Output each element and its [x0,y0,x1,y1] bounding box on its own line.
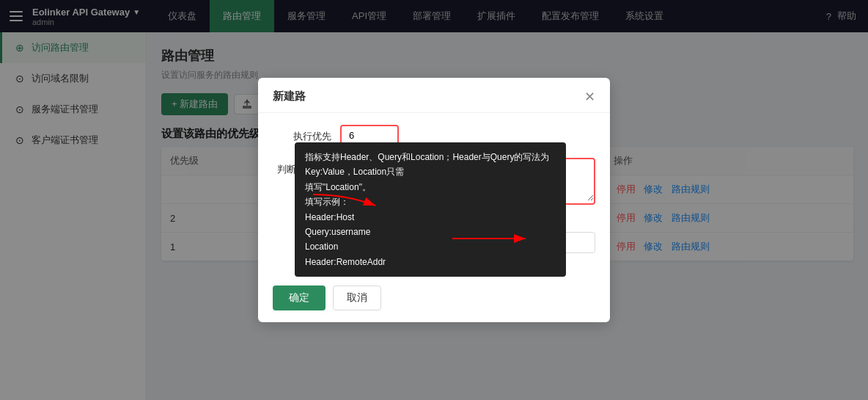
tooltip-content: 指标支持Header、Query和Location；Header与Query的写… [305,150,556,269]
modal-header: 新建路 ✕ [258,78,610,113]
tooltip-popup: 指标支持Header、Query和Location；Header与Query的写… [295,142,566,277]
modal-overlay: 指标支持Header、Query和Location；Header与Query的写… [0,0,868,400]
confirm-button[interactable]: 确定 [273,286,326,310]
modal-title: 新建路 [273,90,306,103]
cancel-button[interactable]: 取消 [333,286,381,310]
modal-footer: 确定 取消 [258,277,610,322]
modal-close-button[interactable]: ✕ [584,90,595,103]
priority-label: 执行优先 [273,125,331,143]
new-route-modal: 指标支持Header、Query和Location；Header与Query的写… [258,78,610,322]
